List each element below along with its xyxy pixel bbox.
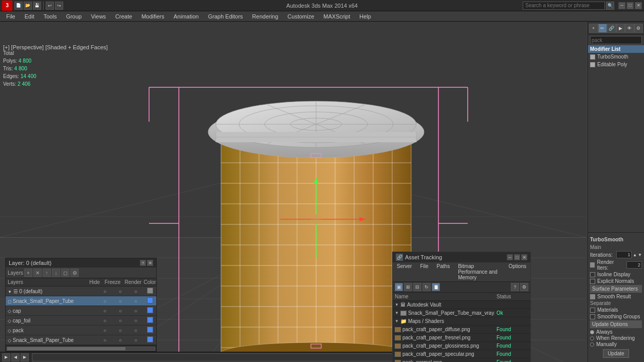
modifier-search-input[interactable] xyxy=(590,36,642,44)
materials-checkbox[interactable] xyxy=(590,308,595,313)
asset-menu-file[interactable]: File xyxy=(416,262,432,281)
color-cell[interactable] xyxy=(143,287,156,296)
render-iters-checkbox[interactable] xyxy=(590,262,595,268)
asset-menu-bitmap[interactable]: Bitmap Performance and Memory xyxy=(454,262,504,281)
asset-row[interactable]: pack_craft_paper_specular.png Found xyxy=(393,350,530,358)
rp-icon-modify[interactable]: ✏ xyxy=(598,24,608,33)
next-frame-btn[interactable]: ▶ xyxy=(21,353,29,361)
layer-title-bar[interactable]: Layer: 0 (default) ? ✕ xyxy=(6,258,156,268)
color-cell[interactable] xyxy=(143,316,156,325)
iter-down[interactable]: ▼ xyxy=(638,253,642,257)
layer-close-btn[interactable]: ✕ xyxy=(147,260,153,266)
menu-animation[interactable]: Animation xyxy=(170,11,203,22)
asset-row[interactable]: ▼ 🏛 Autodesk Vault xyxy=(393,301,530,309)
menu-graph-editors[interactable]: Graph Editors xyxy=(204,11,247,22)
rp-icon-hierarchy[interactable]: 🔗 xyxy=(607,24,616,33)
asset-close-btn[interactable]: ✕ xyxy=(521,254,527,260)
asset-menu-server[interactable]: Server xyxy=(393,262,416,281)
toolbar-icon-open[interactable]: 📂 xyxy=(24,2,32,10)
render-cell[interactable]: ○ xyxy=(128,317,143,325)
menu-tools[interactable]: Tools xyxy=(40,11,61,22)
freeze-cell[interactable]: ○ xyxy=(113,317,128,325)
rp-icon-utilities[interactable]: ⚙ xyxy=(634,24,643,33)
modifier-editable-poly[interactable]: Editable Poly xyxy=(588,61,644,68)
modifier-turbosmoooth[interactable]: TurboSmooth xyxy=(588,53,644,61)
prev-frame-btn[interactable]: ◀ xyxy=(11,353,20,361)
render-cell[interactable]: ○ xyxy=(128,288,143,295)
menu-maxscript[interactable]: MAXScript xyxy=(319,11,354,22)
asset-btn-2[interactable]: ⊞ xyxy=(404,283,412,291)
color-cell[interactable] xyxy=(143,335,156,345)
layer-move-btn[interactable]: ↑ xyxy=(43,269,51,277)
hide-cell[interactable]: ○ xyxy=(97,288,113,295)
asset-btn-3[interactable]: ⊟ xyxy=(413,283,421,291)
rp-icon-motion[interactable]: ▶ xyxy=(616,24,625,33)
smooth-result-checkbox[interactable] xyxy=(590,294,595,299)
undo-btn[interactable]: ↩ xyxy=(46,2,54,10)
viewport[interactable]: [+] [Perspective] [Shaded + Edged Faces]… xyxy=(0,22,587,362)
menu-views[interactable]: Views xyxy=(87,11,110,22)
layer-row[interactable]: ◇ cap_foil ○ ○ ○ xyxy=(6,316,156,326)
mod-check[interactable] xyxy=(590,54,595,60)
layer-row[interactable]: ◻ Snack_Small_Paper_Tube ○ ○ ○ xyxy=(6,296,156,306)
search-btn[interactable]: 🔍 xyxy=(606,2,614,10)
iterations-input[interactable] xyxy=(616,251,632,258)
update-button[interactable]: Update xyxy=(603,349,629,358)
explicit-normals-checkbox[interactable] xyxy=(590,279,595,284)
color-cell[interactable] xyxy=(143,296,156,306)
rp-icon-display[interactable]: 👁 xyxy=(625,24,634,33)
layer-row[interactable]: ◇ pack ○ ○ ○ xyxy=(6,326,156,335)
toolbar-icon-save[interactable]: 💾 xyxy=(33,2,41,10)
asset-row[interactable]: pack_craft_paper_diffuse.png Found xyxy=(393,326,530,334)
rp-icon-create[interactable]: + xyxy=(589,24,598,33)
always-radio[interactable] xyxy=(590,330,594,334)
layer-row[interactable]: ◇ Snack_Small_Paper_Tube ○ ○ ○ xyxy=(6,335,156,345)
render-cell[interactable]: ○ xyxy=(128,327,143,334)
layer-move-down-btn[interactable]: ↓ xyxy=(52,269,60,277)
layer-delete-btn[interactable]: ✕ xyxy=(33,269,42,277)
asset-menu-paths[interactable]: Paths xyxy=(433,262,454,281)
smoothing-groups-checkbox[interactable] xyxy=(590,314,595,319)
color-cell[interactable] xyxy=(143,306,156,315)
render-cell[interactable]: ○ xyxy=(128,297,143,305)
hide-cell[interactable]: ○ xyxy=(97,336,113,344)
asset-btn-1[interactable]: ▣ xyxy=(395,283,403,291)
iter-up[interactable]: ▲ xyxy=(633,253,637,257)
asset-row[interactable]: pack_craft_paper_fresnel.png Found xyxy=(393,334,530,342)
when-rendering-radio[interactable] xyxy=(590,336,594,340)
render-cell[interactable]: ○ xyxy=(128,307,143,315)
toolbar-icon-new[interactable]: 📄 xyxy=(14,2,23,10)
menu-customize[interactable]: Customize xyxy=(283,11,318,22)
render-iters-input[interactable] xyxy=(627,261,642,269)
hide-cell[interactable]: ○ xyxy=(97,317,113,325)
asset-maximize-btn[interactable]: □ xyxy=(514,254,520,260)
asset-btn-5[interactable]: 📋 xyxy=(432,283,440,291)
isoline-checkbox[interactable] xyxy=(590,272,595,277)
asset-menu-options[interactable]: Options xyxy=(505,262,530,281)
layer-select-btn[interactable]: ◻ xyxy=(61,269,69,277)
menu-create[interactable]: Create xyxy=(111,11,136,22)
minimize-btn[interactable]: ─ xyxy=(618,2,625,9)
menu-rendering[interactable]: Rendering xyxy=(248,11,283,22)
play-btn[interactable]: ▶ xyxy=(2,353,10,361)
asset-row[interactable]: pack_normal.png Found xyxy=(393,358,530,362)
mod-check[interactable] xyxy=(590,62,595,67)
asset-title-bar[interactable]: 🔗 Asset Tracking ─ □ ✕ xyxy=(393,252,530,262)
layer-help-btn[interactable]: ? xyxy=(140,260,146,266)
color-cell[interactable] xyxy=(143,326,156,335)
asset-btn-4[interactable]: ↻ xyxy=(422,283,431,291)
freeze-cell[interactable]: ○ xyxy=(113,327,128,334)
layer-scrollbar[interactable] xyxy=(6,345,156,351)
freeze-cell[interactable]: ○ xyxy=(113,307,128,315)
menu-file[interactable]: File xyxy=(2,11,20,22)
layer-new-btn[interactable]: + xyxy=(24,269,32,277)
hide-cell[interactable]: ○ xyxy=(97,307,113,315)
hide-cell[interactable]: ○ xyxy=(97,327,113,334)
asset-row[interactable]: ▼ 📁 Maps / Shaders xyxy=(393,317,530,326)
asset-row[interactable]: ▼ Snack_Small_Paper_Tube_max_vray.max Ok xyxy=(393,309,530,317)
menu-help[interactable]: Help xyxy=(355,11,375,22)
redo-btn[interactable]: ↪ xyxy=(55,2,63,10)
hide-cell[interactable]: ○ xyxy=(97,297,113,305)
menu-modifiers[interactable]: Modifiers xyxy=(137,11,169,22)
menu-edit[interactable]: Edit xyxy=(21,11,39,22)
